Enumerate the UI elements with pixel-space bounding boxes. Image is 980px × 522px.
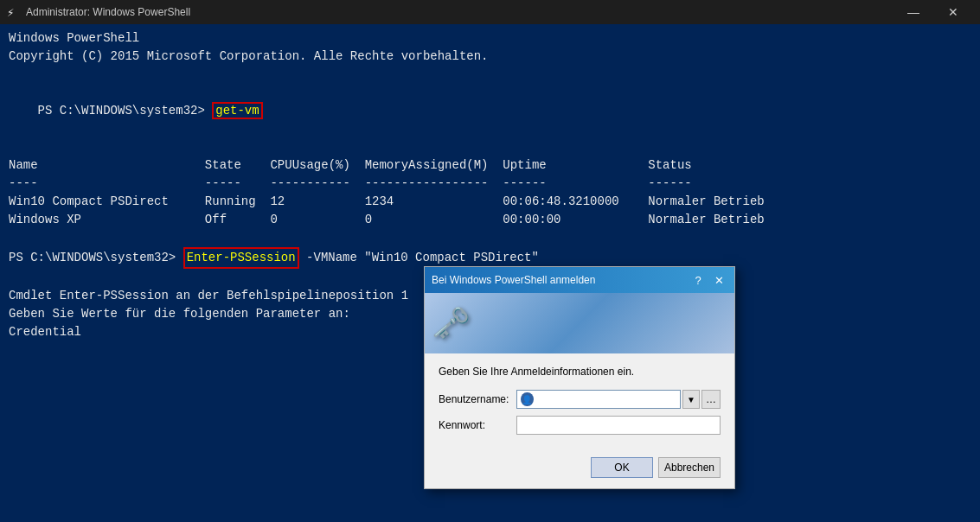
minimize-button[interactable]: — xyxy=(894,0,933,24)
username-field: Benutzername: 👤 ▼ … xyxy=(439,390,721,409)
terminal: Windows PowerShell Copyright (C) 2015 Mi… xyxy=(0,24,980,522)
cmd2-rest: -VMName "Win10 Compact PSDirect" xyxy=(299,249,539,267)
title-bar: ⚡ Administrator: Windows PowerShell — ✕ xyxy=(0,0,980,24)
title-bar-controls: — ✕ xyxy=(894,0,973,24)
app-icon: ⚡ xyxy=(7,5,21,19)
dialog-buttons: OK Abbrechen xyxy=(425,450,734,488)
cmd1-highlight: get-vm xyxy=(212,102,262,119)
user-icon: 👤 xyxy=(521,392,534,406)
dialog-close-button[interactable]: ✕ xyxy=(710,271,727,289)
key-icon: 🗝️ xyxy=(432,305,471,341)
terminal-line-3 xyxy=(9,66,971,84)
cancel-button[interactable]: Abbrechen xyxy=(658,457,721,478)
terminal-line-2: Copyright (C) 2015 Microsoft Corporation… xyxy=(9,48,971,66)
terminal-line-4 xyxy=(9,138,971,156)
enter-pssession-box: Enter-PSSession xyxy=(183,247,299,269)
password-input[interactable] xyxy=(516,416,721,435)
password-label: Kennwort: xyxy=(439,419,516,431)
credential-dialog: Bei Windows PowerShell anmelden ? ✕ 🗝️ G… xyxy=(424,266,735,489)
password-input-wrapper xyxy=(516,416,721,435)
prompt-2: PS C:\WINDOWS\system32> xyxy=(9,249,183,267)
dialog-title-controls: ? ✕ xyxy=(689,271,727,289)
table-header: Name State CPUUsage(%) MemoryAssigned(M)… xyxy=(9,156,971,175)
username-label: Benutzername: xyxy=(439,393,516,405)
title-bar-text: Administrator: Windows PowerShell xyxy=(26,6,888,18)
ok-button[interactable]: OK xyxy=(591,457,653,478)
dialog-description: Geben Sie Ihre Anmeldeinformationen ein. xyxy=(439,366,721,378)
dialog-body: Geben Sie Ihre Anmeldeinformationen ein.… xyxy=(425,353,734,450)
terminal-line-5 xyxy=(9,229,971,247)
username-input-wrapper: 👤 ▼ … xyxy=(516,390,721,409)
cmd2-keyword: Enter-PSSession xyxy=(187,251,296,264)
username-input-box[interactable]: 👤 xyxy=(516,390,681,409)
username-browse-btn[interactable]: … xyxy=(701,390,721,409)
table-sep: ---- ----- ----------- -----------------… xyxy=(9,175,971,193)
table-row-1: Win10 Compact PSDirect Running 12 1234 0… xyxy=(9,193,971,211)
dialog-title-bar: Bei Windows PowerShell anmelden ? ✕ xyxy=(425,267,734,293)
close-button[interactable]: ✕ xyxy=(933,0,973,24)
prompt-1: PS C:\WINDOWS\system32> xyxy=(38,104,213,118)
username-dropdown-btn[interactable]: ▼ xyxy=(682,390,700,409)
password-field: Kennwort: xyxy=(439,416,721,435)
terminal-line-prompt1: PS C:\WINDOWS\system32> get-vm xyxy=(9,84,971,138)
table-row-2: Windows XP Off 0 0 00:00:00 Normaler Bet… xyxy=(9,211,971,229)
terminal-line-1: Windows PowerShell xyxy=(9,29,971,48)
username-input[interactable] xyxy=(535,391,680,408)
dialog-help-button[interactable]: ? xyxy=(689,271,707,289)
dialog-banner: 🗝️ xyxy=(425,293,734,353)
dialog-title-text: Bei Windows PowerShell anmelden xyxy=(432,274,689,286)
